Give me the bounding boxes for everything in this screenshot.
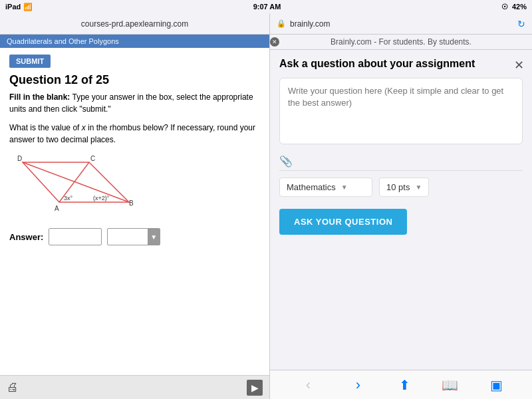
back-arrow-button[interactable]: ‹ <box>299 376 317 394</box>
battery-label: 42% <box>512 3 527 11</box>
svg-line-1 <box>23 162 129 202</box>
tabs-icon[interactable]: ▣ <box>490 377 503 393</box>
ask-question-button[interactable]: ASK YOUR QUESTION <box>279 209 407 235</box>
reload-icon[interactable]: ↻ <box>517 19 525 29</box>
svg-text:3x°: 3x° <box>64 195 73 201</box>
select-arrow-icon[interactable]: ▼ <box>148 228 160 245</box>
brainly-url-bar: 🔒 brainly.com ↻ <box>270 13 532 35</box>
forward-arrow-button[interactable]: › <box>349 376 367 394</box>
printer-icon[interactable]: 🖨 <box>7 380 19 394</box>
submit-button[interactable]: SUBMIT <box>9 55 51 68</box>
apex-url-text: courses-prd.apexlearning.com <box>81 19 188 29</box>
apex-panel: courses-prd.apexlearning.com Quadrilater… <box>0 13 270 399</box>
apex-footer: 🖨 ▶ <box>0 375 269 399</box>
answer-label: Answer: <box>9 232 43 242</box>
next-arrow-button[interactable]: ▶ <box>247 380 263 396</box>
bookmarks-icon[interactable]: 📖 <box>442 377 458 393</box>
subject-points-row: Mathematics ▼ 10 pts ▼ <box>279 178 523 197</box>
subject-label: Mathematics <box>287 182 336 192</box>
units-select[interactable] <box>108 229 148 245</box>
brainly-panel: 🔒 brainly.com ↻ Brainly.com - For studen… <box>270 13 532 399</box>
breadcrumb: Quadrilaterals and Other Polygons <box>0 35 269 48</box>
lock-icon: 🔒 <box>277 19 286 28</box>
question-text: What is the value of x in the rhombus be… <box>9 122 260 146</box>
signal-icon: ☉ <box>501 3 508 11</box>
answer-input[interactable] <box>49 228 102 245</box>
question-title: Question 12 of 25 <box>9 73 260 87</box>
units-selector[interactable]: ▼ <box>107 228 160 245</box>
question-textarea[interactable] <box>279 78 523 144</box>
apex-url-bar: courses-prd.apexlearning.com <box>0 13 269 35</box>
attachment-row: 📎 <box>279 152 523 171</box>
device-label: iPad <box>5 3 21 11</box>
points-dropdown[interactable]: 10 pts ▼ <box>379 178 429 197</box>
question-instruction: Fill in the blank: Type your answer in t… <box>9 91 260 115</box>
svg-text:A: A <box>55 205 59 212</box>
svg-text:C: C <box>90 155 95 162</box>
notification-dot: ✕ <box>270 37 279 47</box>
brainly-tagline: Brainly.com - For students. By students. <box>270 35 532 50</box>
ask-title: Ask a question about your assignment <box>279 58 523 70</box>
time-display: 9:07 AM <box>253 3 281 11</box>
brainly-content: ✕ Ask a question about your assignment 📎… <box>270 50 532 370</box>
svg-text:B: B <box>129 200 134 207</box>
attachment-icon[interactable]: 📎 <box>279 155 293 168</box>
svg-text:(x+2)°: (x+2)° <box>93 195 110 201</box>
wifi-icon: 📶 <box>23 3 33 11</box>
status-bar: iPad 📶 9:07 AM ☉ 42% <box>0 0 532 13</box>
subject-dropdown[interactable]: Mathematics ▼ <box>279 178 372 197</box>
diagram: D C B A 3x° (x+2)° <box>9 152 142 219</box>
subject-dropdown-arrow: ▼ <box>341 184 348 191</box>
close-button[interactable]: ✕ <box>514 58 524 72</box>
share-icon[interactable]: ⬆ <box>399 377 410 393</box>
points-dropdown-arrow: ▼ <box>415 184 422 191</box>
instruction-bold: Fill in the blank: <box>9 92 70 102</box>
svg-text:D: D <box>17 155 22 162</box>
rhombus-svg: D C B A 3x° (x+2)° <box>9 152 136 215</box>
points-label: 10 pts <box>386 182 410 192</box>
brainly-url-text: brainly.com <box>290 19 330 29</box>
brainly-nav-bar: ‹ › ⬆ 📖 ▣ <box>270 370 532 399</box>
apex-content: SUBMIT Question 12 of 25 Fill in the bla… <box>0 48 269 375</box>
answer-row: Answer: ▼ <box>9 228 260 245</box>
